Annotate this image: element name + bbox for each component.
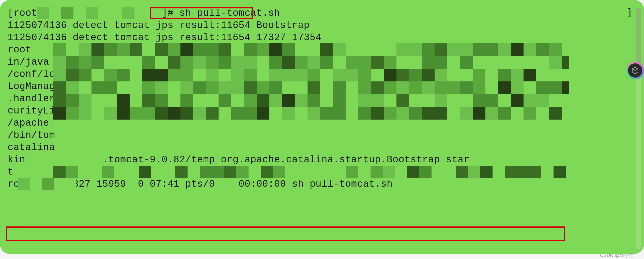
- output-line: in/java: [8, 56, 636, 68]
- output-line: LogManag: [8, 80, 636, 93]
- terminal-window[interactable]: [root( ]# sh pull-tomcat.sh 1125074136 d…: [0, 0, 644, 254]
- output-line: 1125074136 detect tomcat jps result:1165…: [8, 32, 636, 44]
- output-line: catalina: [8, 141, 636, 154]
- prompt-suffix: ]#: [162, 8, 174, 19]
- cube-icon: [628, 63, 642, 78]
- output-line: kin .tomcat-9.0.82/temp org.apache.catal…: [8, 154, 636, 166]
- output-line: /apache-: [8, 117, 636, 129]
- output-line: .handler: [8, 93, 636, 105]
- watermark-text: CSDN @华小宝: [600, 252, 634, 258]
- output-line: root: [8, 44, 636, 56]
- output-line: /bin/tom: [8, 129, 636, 141]
- output-line: 1125074136 detect tomcat jps result:1165…: [8, 19, 636, 32]
- bracket-right: ]: [626, 7, 632, 18]
- highlight-annotation-bottom: [6, 226, 565, 241]
- command-text: sh pull-tomcat.sh: [179, 8, 280, 19]
- prompt-line: [root( ]# sh pull-tomcat.sh: [8, 7, 636, 19]
- prompt-prefix: [root(: [8, 8, 43, 19]
- output-line: curityLi: [8, 105, 636, 117]
- output-line: /conf/lo: [8, 68, 636, 80]
- floating-badge[interactable]: [626, 62, 644, 79]
- scrollbar-track[interactable]: [636, 8, 641, 249]
- output-line: t: [8, 166, 636, 178]
- output-line: root 17327 15959 0 07:41 pts/0 00:00:00 …: [8, 178, 636, 190]
